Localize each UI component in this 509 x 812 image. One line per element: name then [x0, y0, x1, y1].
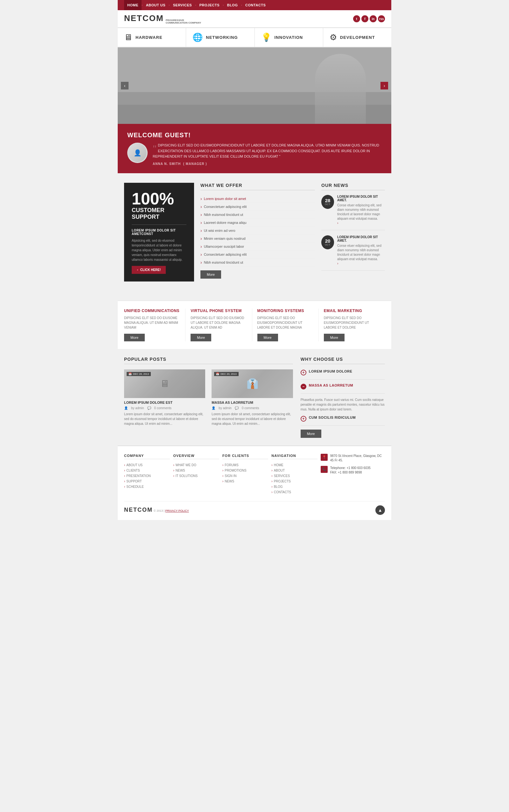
news-heading-1: LOREM IPSUM DOLOR SIT AMET.: [337, 195, 385, 202]
hero-next-button[interactable]: ›: [380, 82, 388, 90]
location-icon: 📍: [321, 454, 328, 461]
footer-link[interactable]: PRESENTATION: [126, 474, 150, 478]
social-rss[interactable]: rss: [378, 15, 385, 22]
news-month-1: OCT.: [325, 203, 331, 206]
news-item-1: 28 OCT. LOREM IPSUM DOLOR SIT AMET. Cons…: [321, 195, 385, 230]
feature-hardware[interactable]: 🖥 HARDWARE: [118, 28, 186, 47]
footer-link[interactable]: ABOUT: [274, 469, 285, 472]
footer-phone-item: 📞 Telephone: +1 800 603 6035 FAX: +1 800…: [321, 466, 385, 475]
list-item: SIGN IN: [223, 473, 268, 478]
nav-about[interactable]: ABOUT US: [143, 3, 169, 7]
footer-link[interactable]: IT SOLUTIONS: [176, 474, 198, 478]
footer-link[interactable]: NEWS: [176, 469, 185, 472]
list-item: WHAT WE DO: [173, 462, 219, 468]
post-date-badge-2: 📅 DEC 20, 2013: [214, 372, 238, 376]
service-text-2: DIPÍSICING ELIT SED DO EIUSMOD UT LABORE…: [191, 316, 246, 330]
footer-link[interactable]: BLOG: [274, 485, 283, 489]
why-item-3[interactable]: + CUM SOCILIS RIDICULUM: [301, 415, 385, 426]
footer-link[interactable]: NEWS: [225, 479, 234, 483]
news-link-1[interactable]: ›: [337, 221, 338, 225]
calendar-icon: 📅: [129, 373, 132, 375]
footer-link[interactable]: SERVICES: [274, 474, 290, 478]
post-title-1: LOREM IPSUM DOLORE EST: [124, 401, 205, 404]
footer-phone-text: Telephone: +1 800 603 6035 FAX: +1 800 8…: [330, 466, 371, 475]
post-image-2: 👔 📅 DEC 20, 2013: [211, 369, 293, 398]
offer-link-1[interactable]: Lorem ipsum dolor sit amet: [204, 197, 246, 200]
footer-link[interactable]: FORUMS: [225, 463, 238, 467]
feature-innovation[interactable]: 💡 INNOVATION: [255, 28, 323, 47]
service-email-marketing: EMAIL MARKETING DIPÍSICING ELIT SED DO E…: [319, 309, 385, 341]
list-item: Nibh euismod tincidunt ut: [200, 258, 315, 267]
post-date-1: DEC 28, 2013: [133, 373, 149, 375]
nav-home[interactable]: HOME: [124, 0, 142, 10]
footer-link[interactable]: PROJECTS: [274, 479, 291, 483]
why-item-2[interactable]: − MASSA AS LAORRETUM: [301, 383, 385, 394]
social-linkedin[interactable]: in: [370, 15, 377, 22]
privacy-policy-link[interactable]: PRIVACY POLICY: [165, 509, 189, 512]
post-meta-1: 👤 by admin 💬 0 comments: [124, 406, 205, 410]
nav-services[interactable]: SERVICES: [170, 3, 195, 7]
popular-posts-section: POPULAR POSTS 🖥 📅 DEC 28, 2013 LOREM IPS…: [124, 357, 293, 438]
welcome-quote-text: " DIPISICING ELIT SED DO EIUSMODPORINCID…: [153, 143, 382, 159]
post-meta-2: 👤 by admin 💬 0 comments: [211, 406, 293, 410]
why-plus-icon-1: +: [301, 370, 306, 375]
hardware-label: HARDWARE: [136, 35, 163, 40]
list-item: ABOUT: [271, 468, 317, 473]
why-more-button[interactable]: More: [301, 430, 321, 438]
footer-link[interactable]: SCHEDULE: [126, 485, 143, 489]
welcome-content: 👤 " DIPISICING ELIT SED DO EIUSMODPORINC…: [127, 143, 382, 165]
feature-development[interactable]: ⚙ DEVELOPMENT: [323, 28, 391, 47]
hardware-icon: 🖥: [124, 32, 132, 42]
nav-projects[interactable]: PROJECTS: [196, 3, 223, 7]
news-title: OUR NEWS: [321, 183, 385, 190]
footer-overview-col: OVERVIEW WHAT WE DO NEWS IT SOLUTIONS: [173, 454, 219, 495]
hero-prev-button[interactable]: ‹: [121, 82, 129, 90]
footer-link[interactable]: SIGN IN: [225, 474, 236, 478]
service-text-4: DIPÍSICING ELIT SED DO EIUSMODPORINCIDID…: [324, 316, 380, 330]
why-plus-icon-3: +: [301, 416, 306, 421]
nav-contacts[interactable]: CONTACTS: [242, 3, 269, 7]
offer-more-button[interactable]: More: [200, 270, 221, 279]
footer-navigation-col: NAVIGATION HOME ABOUT SERVICES PROJECTS …: [271, 454, 317, 495]
post-date-2: DEC 20, 2013: [220, 373, 236, 375]
click-here-button[interactable]: CLICK HERE!: [132, 266, 166, 274]
footer-link[interactable]: SUPPORT: [126, 479, 142, 483]
support-title: CUSTOMER SUPPORT: [132, 207, 186, 221]
service-title-1: UNIFIED COMMUNICATIONS: [124, 309, 180, 313]
hero-person-silhouette: [315, 54, 366, 124]
quote-mark: ": [153, 146, 157, 151]
service-title-2: VIRTUAL PHONE SYSTEM: [191, 309, 246, 313]
innovation-icon: 💡: [261, 32, 271, 42]
footer-link[interactable]: WHAT WE DO: [176, 463, 196, 467]
news-item-2: 20 OCT. LOREM IPSUM DOLOR SIT AMET. Cons…: [321, 235, 385, 271]
social-facebook[interactable]: f: [362, 15, 368, 22]
footer-company-list: ABOUT US CLIENTS PRESENTATION SUPPORT SC…: [124, 462, 170, 490]
post-date-badge-1: 📅 DEC 28, 2013: [127, 372, 151, 376]
service-more-btn-4[interactable]: More: [324, 334, 344, 341]
offer-section: WHAT WE OFFER Lorem ipsum dolor sit amet…: [200, 183, 315, 281]
footer-navigation-title: NAVIGATION: [271, 454, 317, 459]
site-footer: COMPANY ABOUT US CLIENTS PRESENTATION SU…: [118, 445, 391, 520]
customer-support-box: 100% CUSTOMER SUPPORT LOREM IPSUM DOLOR …: [124, 183, 194, 281]
footer-link[interactable]: CLIENTS: [126, 469, 140, 472]
list-item: PRESENTATION: [124, 473, 170, 478]
service-virtual-phone: VIRTUAL PHONE SYSTEM DIPÍSICING ELIT SED…: [185, 309, 252, 341]
service-more-btn-3[interactable]: More: [258, 334, 278, 341]
news-link-2[interactable]: ›: [337, 262, 338, 265]
list-item: Consectetuer adipiscing elit: [200, 203, 315, 211]
service-title-3: MONITORING SYSTEMS: [258, 309, 313, 313]
footer-link[interactable]: ABOUT US: [126, 463, 142, 467]
list-item: NEWS: [173, 468, 219, 473]
social-twitter[interactable]: t: [353, 15, 360, 22]
footer-link[interactable]: CONTACTS: [274, 490, 291, 494]
service-more-btn-1[interactable]: More: [124, 334, 145, 341]
news-heading-2: LOREM IPSUM DOLOR SIT AMET.: [337, 235, 385, 242]
nav-blog[interactable]: BLOG: [224, 3, 241, 7]
service-more-btn-2[interactable]: More: [191, 334, 211, 341]
footer-link[interactable]: PROMOTIONS: [225, 469, 246, 472]
feature-networking[interactable]: 🌐 NETWORKING: [186, 28, 254, 47]
footer-link[interactable]: HOME: [274, 463, 283, 467]
post-comments-icon-1: 💬: [147, 406, 151, 410]
why-item-1[interactable]: + LOREM IPSUM DOLORE: [301, 369, 385, 380]
back-to-top-button[interactable]: ▲: [375, 505, 385, 515]
